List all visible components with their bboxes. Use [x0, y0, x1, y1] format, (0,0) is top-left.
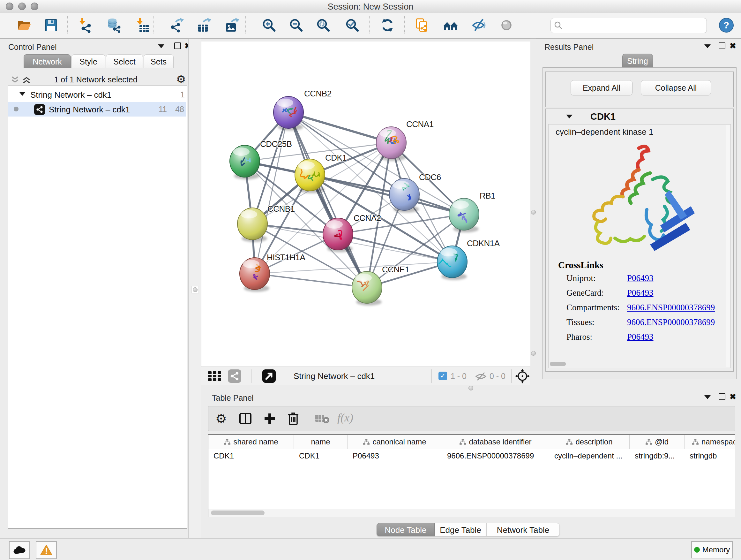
delete-table-icon[interactable]	[315, 414, 330, 424]
preview-icon[interactable]	[499, 17, 514, 33]
panel-menu-icon[interactable]	[158, 44, 164, 48]
horizontal-splitter[interactable]	[201, 385, 741, 391]
import-network-file-icon[interactable]	[78, 17, 93, 33]
network-canvas[interactable]: CCNB2CCNA1CDC25BCDK1CDC6RB1CCNB1CCNA2CDK…	[201, 42, 531, 367]
collapse-all-button[interactable]: Collapse All	[641, 80, 711, 96]
tab-network-table[interactable]: Network Table	[486, 523, 560, 537]
import-network-database-icon[interactable]	[106, 17, 122, 33]
tab-string[interactable]: String	[622, 54, 653, 68]
node-label-CCNB1: CCNB1	[267, 204, 295, 213]
right-splitter[interactable]	[530, 39, 536, 385]
network-edge[interactable]	[255, 273, 367, 287]
network-node-CCNB1[interactable]: CCNB1	[238, 204, 295, 242]
node-label-CDK1: CDK1	[325, 153, 347, 163]
expand-all-button[interactable]: Expand All	[570, 80, 632, 96]
crosslink-pharos[interactable]: P06493	[627, 332, 654, 342]
open-session-icon[interactable]	[16, 17, 31, 33]
expand-all-icon[interactable]	[22, 76, 30, 84]
left-splitter[interactable]	[188, 39, 201, 538]
memory-button[interactable]: Memory	[691, 541, 733, 558]
crosslink-uniprot[interactable]: P06493	[627, 273, 654, 283]
open-in-new-window-icon[interactable]	[262, 369, 276, 383]
network-edge[interactable]	[255, 112, 288, 273]
birdseye-crosshair-icon[interactable]	[515, 369, 530, 383]
tab-edge-table[interactable]: Edge Table	[434, 523, 486, 537]
table-settings-gear-icon[interactable]: ⚙	[215, 412, 227, 425]
table-row[interactable]: CDK1 CDK1 P06493 9606.ENSP00000378699 cy…	[208, 449, 735, 462]
float-panel-icon[interactable]	[719, 43, 725, 49]
collapse-all-icon[interactable]	[11, 76, 19, 84]
table-hscrollbar-thumb[interactable]	[211, 510, 265, 515]
column-header-shared-name[interactable]: shared name	[208, 435, 294, 449]
network-node-CCNA1[interactable]: CCNA1	[376, 119, 434, 161]
export-network-icon[interactable]	[169, 17, 184, 33]
mini-scrollbar-thumb[interactable]	[550, 362, 566, 366]
help-icon[interactable]: ?	[719, 17, 734, 33]
export-image-icon[interactable]	[224, 17, 240, 33]
crosslink-compartments[interactable]: 9606.ENSP00000378699	[627, 303, 715, 313]
close-panel-icon[interactable]: ✖	[730, 393, 736, 401]
network-row-selected[interactable]: String Network – cdk1 11 48	[8, 102, 186, 117]
cell-id: stringdb:9...	[630, 449, 684, 462]
left-splitter-handle[interactable]	[193, 287, 198, 292]
network-node-CCNB2[interactable]: CCNB2	[273, 89, 332, 131]
home-icon[interactable]	[443, 17, 458, 33]
details-scrollbar[interactable]	[726, 125, 730, 367]
right-splitter-handle[interactable]	[531, 210, 536, 214]
column-header-namespace[interactable]: namespace	[684, 435, 735, 449]
refresh-view-icon[interactable]	[380, 17, 395, 33]
share-network-icon[interactable]	[228, 369, 241, 383]
network-node-CCNE1[interactable]: CCNE1	[352, 265, 409, 306]
import-table-file-icon[interactable]	[136, 17, 151, 33]
save-session-icon[interactable]	[44, 17, 59, 33]
tab-node-table[interactable]: Node Table	[377, 523, 434, 537]
column-header-id[interactable]: @id	[630, 435, 684, 449]
tab-style[interactable]: Style	[71, 54, 105, 68]
cloud-button[interactable]	[9, 541, 30, 559]
hide-graphics-details-icon[interactable]	[471, 17, 486, 33]
grid-view-icon[interactable]	[208, 371, 222, 381]
selected-nodes-checkbox-icon[interactable]: ✓	[439, 372, 447, 380]
zoom-fit-icon[interactable]	[316, 17, 331, 33]
network-collection-row[interactable]: String Network – cdk1 1	[8, 87, 186, 102]
panel-menu-icon[interactable]	[704, 44, 711, 48]
tab-select[interactable]: Select	[106, 54, 143, 68]
crosslink-genecard[interactable]: P06493	[627, 288, 654, 298]
network-graph[interactable]: CCNB2CCNA1CDC25BCDK1CDC6RB1CCNB1CCNA2CDK…	[201, 42, 531, 367]
add-column-icon[interactable]	[263, 412, 276, 425]
collection-label: String Network – cdk1	[30, 90, 111, 100]
duplicate-network-icon[interactable]	[414, 17, 430, 33]
collection-expand-icon[interactable]	[19, 92, 25, 96]
export-table-icon[interactable]	[196, 17, 212, 33]
memory-label: Memory	[702, 545, 730, 554]
select-columns-icon[interactable]	[239, 412, 252, 425]
tab-sets[interactable]: Sets	[144, 54, 174, 68]
search-input[interactable]	[565, 19, 704, 31]
zoom-selected-icon[interactable]	[345, 17, 360, 33]
column-header-canonical-name[interactable]: canonical name	[347, 435, 442, 449]
collapse-gene-icon[interactable]	[566, 115, 572, 118]
node-label-CCNA1: CCNA1	[406, 119, 434, 129]
warning-button[interactable]	[36, 541, 57, 559]
column-header-name[interactable]: name	[294, 435, 347, 449]
network-options-gear-icon[interactable]: ⚙	[176, 74, 186, 84]
zoom-out-icon[interactable]	[288, 17, 304, 33]
delete-column-icon[interactable]	[287, 412, 300, 426]
tab-network[interactable]: Network	[23, 54, 71, 68]
table-hscrollbar[interactable]	[208, 509, 735, 517]
column-header-database-identifier[interactable]: database identifier	[442, 435, 549, 449]
float-panel-icon[interactable]	[174, 43, 181, 49]
network-node-RB1[interactable]: RB1	[449, 191, 495, 233]
network-node-CDKN1A[interactable]: CDKN1A	[437, 239, 500, 280]
zoom-in-icon[interactable]	[261, 17, 277, 33]
crosslink-tissues[interactable]: 9606.ENSP00000378699	[627, 317, 715, 327]
node-label-HIST1H1A: HIST1H1A	[267, 253, 306, 262]
close-panel-icon[interactable]: ✖	[730, 42, 736, 50]
column-header-description[interactable]: description	[549, 435, 630, 449]
horizontal-splitter-handle[interactable]	[468, 386, 473, 390]
network-edge[interactable]	[288, 112, 391, 143]
gene-section: CDK1 cyclin–dependent kinase 1	[545, 109, 734, 372]
panel-menu-icon[interactable]	[704, 395, 711, 399]
right-splitter-handle-2[interactable]	[531, 351, 536, 356]
float-panel-icon[interactable]	[719, 393, 725, 400]
